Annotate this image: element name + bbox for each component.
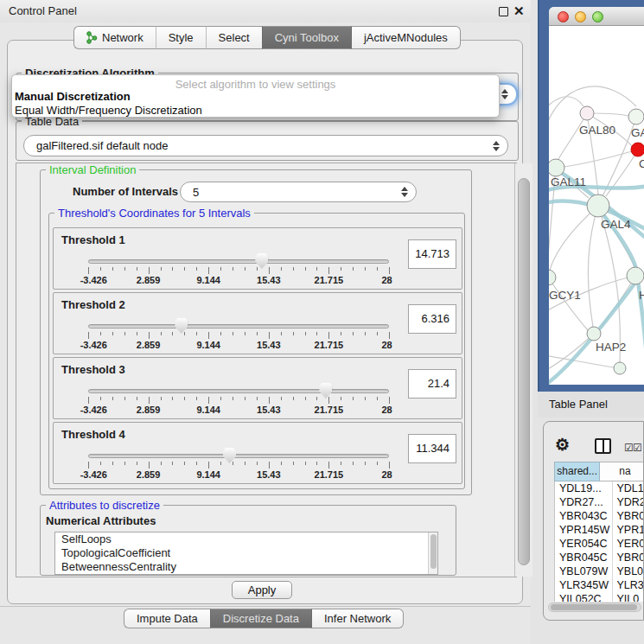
horizontal-scrollbar[interactable] (548, 603, 641, 612)
tab-network[interactable]: Network (73, 26, 156, 49)
list-scrollbar-thumb[interactable] (430, 534, 437, 569)
zoom-traffic-light-icon[interactable] (592, 11, 603, 22)
table-row[interactable]: YBR045CYBR0 (555, 551, 644, 564)
tab-cyni-toolbox[interactable]: Cyni Toolbox (262, 26, 352, 49)
attribute-list-item[interactable]: BetweennessCentrality (55, 560, 437, 574)
tab-impute-data[interactable]: Impute Data (124, 609, 210, 628)
cell-name: YBR0 (613, 509, 644, 523)
network-canvas[interactable]: GAL80GACGAL11GAL4GCY1HHAP2 (549, 27, 644, 385)
tab-jactivemnodules[interactable]: jActiveMNodules (352, 26, 461, 49)
node-attribute-table: shared... na YDL19...YDL1YDR27...YDR2YBR… (554, 462, 644, 602)
threshold-value-field[interactable]: 6.316 (408, 304, 456, 334)
table-row[interactable]: YPR145WYPR1 (555, 523, 644, 537)
table-row[interactable]: YLR345WYLR3 (555, 578, 644, 592)
slider-track[interactable] (88, 324, 389, 328)
network-edge (549, 86, 636, 129)
split-columns-icon[interactable] (595, 438, 611, 454)
network-node-c[interactable] (631, 143, 644, 156)
gear-icon[interactable]: ⚙ (555, 435, 570, 455)
network-edge (549, 277, 589, 331)
table-panel-header: Table Panel (538, 392, 644, 418)
table-data-combo-value: galFiltered.sif default node (36, 139, 168, 152)
threshold-label: Threshold 3 (61, 363, 125, 376)
threshold-row-3: Threshold 3-3.4262.8599.14415.4321.71528… (53, 357, 462, 419)
network-node-label: GAL4 (601, 218, 631, 231)
network-view-panel: GAL80GACGAL11GAL4GCY1HHAP2 (538, 0, 644, 392)
cell-name: YBL0 (613, 564, 644, 578)
slider-track[interactable] (88, 454, 389, 458)
network-node-h[interactable] (627, 267, 644, 284)
apply-button[interactable]: Apply (232, 581, 292, 599)
table-row[interactable]: YBR043CYBR0 (555, 509, 644, 523)
slider-track[interactable] (88, 389, 389, 393)
bottom-tab-bar: Impute DataDiscretize DataInfer Network (124, 609, 404, 628)
threshold-row-1: Threshold 1-3.4262.8599.14415.4321.71528… (53, 227, 462, 290)
table-row[interactable]: YDL19...YDL1 (555, 481, 644, 495)
tab-style[interactable]: Style (156, 26, 206, 49)
popup-option-equal-width[interactable]: Equal Width/Frequency Discretization (15, 104, 202, 117)
network-node-gal80[interactable] (580, 106, 594, 120)
scale-label: 21.715 (315, 340, 344, 350)
network-node-label: H (639, 289, 644, 302)
network-node-label: GA (631, 126, 644, 139)
column-header-name[interactable]: na (600, 462, 644, 481)
minimize-traffic-light-icon[interactable] (575, 11, 586, 22)
threshold-row-4: Threshold 4-3.4262.8599.14415.4321.71528… (53, 422, 462, 484)
cell-name: YIL0 (613, 592, 644, 602)
network-node-gal4[interactable] (587, 194, 609, 217)
table-row[interactable]: YIL052CYIL0 (555, 592, 644, 602)
num-intervals-combo[interactable]: 5 (180, 182, 417, 202)
table-row[interactable]: YBL079WYBL0 (555, 564, 644, 578)
tab-infer-network[interactable]: Infer Network (312, 609, 404, 628)
network-node-gcy1[interactable] (549, 270, 556, 285)
scale-label: 9.144 (196, 340, 220, 350)
threshold-value-field[interactable]: 14.713 (408, 239, 456, 269)
network-window-titlebar[interactable] (549, 7, 644, 26)
attribute-list-item[interactable]: TopologicalCoefficient (55, 546, 437, 560)
table-rows[interactable]: YDL19...YDL1YDR27...YDR2YBR043CYBR0YPR14… (554, 481, 644, 602)
top-tab-bar: NetworkStyleSelectCyni ToolboxjActiveMNo… (73, 26, 461, 49)
table-data-combo[interactable]: galFiltered.sif default node (23, 135, 508, 156)
vertical-scrollbar-thumb[interactable] (518, 178, 530, 565)
tab-discretize-data[interactable]: Discretize Data (210, 609, 312, 628)
network-node-label: GAL80 (579, 124, 615, 137)
network-node-gal11[interactable] (549, 159, 564, 176)
float-window-icon[interactable] (499, 7, 508, 16)
attribute-list-item[interactable]: SelfLoops (55, 532, 437, 546)
cell-name: YDL1 (613, 481, 644, 495)
tab-label: Infer Network (324, 612, 391, 625)
network-icon (86, 31, 98, 44)
slider-ticks (88, 462, 389, 469)
network-node-ga[interactable] (628, 109, 644, 124)
network-node[interactable] (614, 362, 626, 374)
threshold-row-2: Threshold 2-3.4262.8599.14415.4321.71528… (53, 292, 462, 354)
cell-name: YLR3 (613, 578, 644, 592)
network-node-hap2[interactable] (587, 327, 601, 341)
numerical-attributes-list[interactable]: SelfLoopsTopologicalCoefficientBetweenne… (54, 532, 438, 575)
vertical-scrollbar[interactable] (514, 163, 532, 577)
cell-shared-name: YBR045C (555, 551, 613, 564)
tab-select[interactable]: Select (206, 26, 262, 49)
table-row[interactable]: YDR27...YDR2 (555, 495, 644, 509)
slider-track[interactable] (88, 259, 389, 264)
list-scrollbar[interactable] (428, 532, 437, 574)
close-icon[interactable]: ✕ (513, 3, 525, 19)
close-traffic-light-icon[interactable] (558, 11, 569, 22)
scale-label: 15.43 (257, 405, 281, 415)
checkbox-icon[interactable]: ☑ (633, 442, 642, 454)
scale-label: 28 (381, 340, 392, 350)
popup-option-manual[interactable]: Manual Discretization (15, 90, 131, 103)
screenshot-root: Control Panel ✕ NetworkStyleSelectCyni T… (0, 0, 644, 644)
horizontal-scrollbar-thumb[interactable] (551, 604, 637, 610)
group-title-attributes: Attributes to discretize (46, 499, 163, 512)
threshold-value-field[interactable]: 11.344 (408, 434, 456, 463)
panel-title: Control Panel (9, 4, 77, 17)
table-header-row: shared... na (554, 462, 644, 481)
scale-label: 9.144 (196, 275, 220, 285)
network-node-label: C (639, 157, 644, 170)
slider-scale-labels: -3.4262.8599.14415.4321.71528 (88, 340, 389, 350)
column-header-shared[interactable]: shared... (554, 462, 600, 481)
cell-shared-name: YPR145W (555, 523, 613, 537)
threshold-value-field[interactable]: 21.4 (408, 369, 456, 399)
table-row[interactable]: YER054CYER0 (555, 537, 644, 551)
